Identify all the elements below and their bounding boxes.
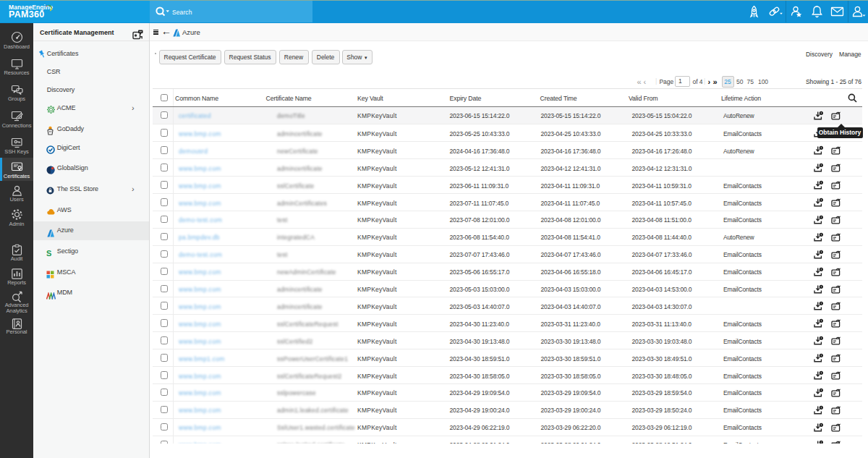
svg-text:S: S xyxy=(46,249,51,258)
